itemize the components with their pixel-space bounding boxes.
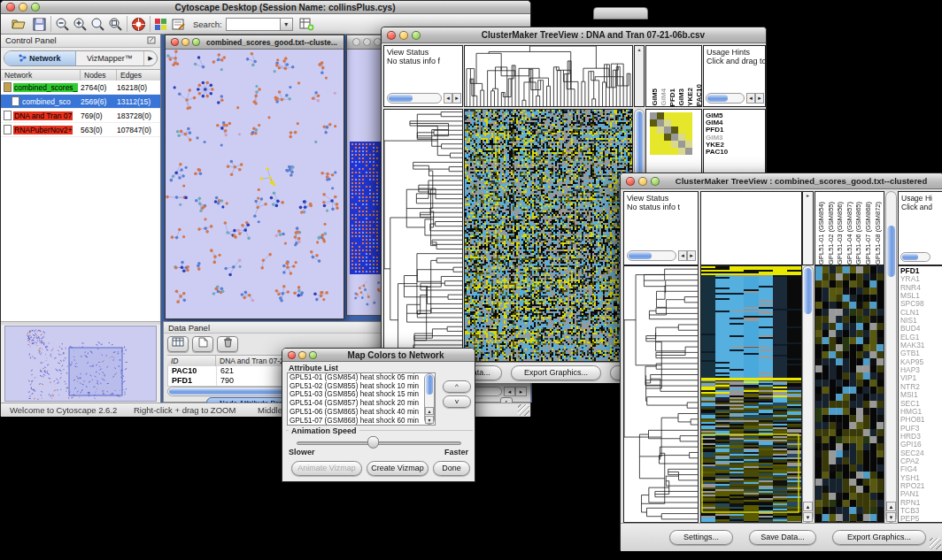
close-icon[interactable] [171,38,179,46]
treeview2-secondary-heatmap[interactable] [815,265,884,523]
done-button[interactable]: Done [433,461,470,476]
annotation-icon[interactable] [172,18,186,31]
close-icon[interactable] [626,177,635,186]
attribute-list[interactable]: GPL51-01 (GSM854) heat shock 05 minGPL51… [287,372,436,426]
animate-vizmap-button[interactable]: Animate Vizmap [291,461,362,476]
resize-grip[interactable] [930,538,941,549]
attribute-list-item[interactable]: GPL51-02 (GSM855) heat shock 10 min [288,382,435,391]
scroll-up-icon[interactable]: ▴ [425,407,434,415]
attribute-list-item[interactable]: GPL51-06 (GSM865) heat shock 40 min [288,408,435,417]
open-file-icon[interactable] [12,18,27,31]
vizmap-palette-icon[interactable] [154,18,167,31]
treeview1-row-dendrogram[interactable] [383,109,463,362]
birdseye-view[interactable] [4,326,157,402]
save-data-button[interactable]: Save Data... [749,530,816,545]
scroll-up-icon[interactable]: ▴ [803,502,813,511]
close-icon[interactable] [288,351,296,359]
move-attribute-down-button[interactable]: v [443,395,471,408]
treeview2-title-bar[interactable]: ClusterMaker TreeView : combined_scores_… [621,173,942,189]
view-status-h-scrollbar[interactable] [627,250,676,261]
adjacency-grid-canvas[interactable] [350,87,385,315]
attribute-list-v-scrollbar[interactable]: ▴ ▾ [424,373,435,425]
network-list-row[interactable]: combined_sco 2569(6) 13112(15) [1,95,160,109]
tab-overflow-arrow[interactable]: ▶ [143,51,157,65]
import-table-icon[interactable] [299,17,314,31]
zoom-out-icon[interactable] [55,17,70,32]
float-panel-icon[interactable] [147,36,157,45]
attribute-list-item[interactable]: GPL51-03 (GSM856) heat shock 15 min [288,390,435,399]
scroll-down-icon[interactable]: ▾ [803,512,813,522]
scroll-right-icon[interactable]: ▸ [515,387,527,396]
export-graphics-button[interactable]: Export Graphics... [832,530,926,545]
scroll-left-icon[interactable]: ◂ [444,93,452,104]
zoom-window-icon[interactable] [31,3,40,12]
treeview2-gene-list[interactable]: PFD1YRA1RNR4MSL1SPC98CLN1NIS1BUD4ELG1MAK… [898,265,942,523]
network-list-row[interactable]: RNAPuberNov2+ 563(0) 107847(0) [1,123,160,137]
minimize-icon[interactable] [19,3,27,12]
select-attributes-button[interactable] [167,336,189,352]
treeview2-heatmap-v-scrollbar[interactable]: ▴ ▾ [802,265,814,523]
network-list-row[interactable]: combined_scores_ 2764(0) 16218(0) [1,81,160,95]
export-graphics-button[interactable]: Export Graphics... [511,365,601,380]
dialog-title-bar[interactable]: Map Colors to Network [282,349,475,362]
close-icon[interactable] [352,38,360,46]
view-status-h-scrollbar[interactable] [387,93,442,104]
new-attribute-button[interactable] [192,336,213,352]
attribute-list-item[interactable]: GPL51-07 (GSM868) heat shock 60 min [288,417,435,426]
scroll-right-icon[interactable]: ▸ [687,250,696,261]
usage-hints-h-scrollbar[interactable] [706,93,745,104]
panel-splitter[interactable] [1,321,160,325]
usage-hints-h-scrollbar[interactable] [900,252,930,262]
slider-thumb[interactable] [367,436,379,449]
treeview1-heatmap[interactable] [464,109,633,362]
minimize-icon[interactable] [363,38,371,46]
treeview2-heatmap[interactable] [700,265,802,523]
zoom-selected-icon[interactable] [90,17,105,32]
search-dropdown-button[interactable]: ▾ [281,18,293,31]
attribute-list-item[interactable]: GPL51-04 (GSM857) heat shock 20 min [288,399,435,408]
scroll-down-icon[interactable]: ▾ [886,512,896,522]
scroll-left-icon[interactable]: ◂ [746,93,755,104]
scroll-right-icon[interactable]: ▸ [452,93,461,104]
tab-vizmapper[interactable]: VizMapper™ [76,51,143,65]
window-controls[interactable] [1,3,40,12]
treeview1-title-bar[interactable]: ClusterMaker TreeView : DNA and Tran 07-… [382,27,766,43]
scroll-left-icon[interactable]: ◂ [678,250,687,261]
close-icon[interactable] [387,31,396,40]
create-vizmap-button[interactable]: Create Vizmap [367,461,429,476]
tab-network[interactable]: Network [4,51,76,65]
save-icon[interactable] [33,18,47,31]
zoom-fit-icon[interactable] [108,17,123,32]
scroll-up-icon[interactable]: ▴ [886,502,896,511]
network-graph-canvas[interactable] [166,50,344,318]
minimize-icon[interactable] [298,351,306,359]
zoom-window-icon[interactable] [309,351,317,359]
settings-button[interactable]: Settings... [669,530,733,545]
treeview1-top-dendrogram[interactable] [464,45,633,107]
network-list-row[interactable]: DNA and Tran 07 769(0) 183728(0) [1,109,160,123]
birdseye-canvas[interactable] [5,326,156,401]
zoom-window-icon[interactable] [651,177,660,186]
zoom-in-icon[interactable] [73,17,88,32]
attribute-list-item[interactable]: GPL51-01 (GSM854) heat shock 05 min [288,373,435,382]
scroll-left-icon[interactable]: ◂ [504,387,515,396]
minimize-icon[interactable] [638,177,647,186]
main-title-bar[interactable]: Cytoscape Desktop (Session Name: collins… [1,1,530,14]
network-window-title-bar[interactable]: combined_scores_good.txt--cluste... [166,35,344,50]
search-input[interactable] [226,18,281,31]
correlation-mini-heatmap[interactable] [650,112,692,155]
minimize-icon[interactable] [399,31,408,40]
resize-grip[interactable] [518,404,529,416]
zoom-window-icon[interactable] [412,31,421,40]
help-lifering-icon[interactable] [131,17,146,32]
minimize-icon[interactable] [181,38,189,46]
treeview2-row-dendrogram[interactable] [623,265,699,523]
delete-attribute-trash-icon[interactable] [217,336,238,352]
scroll-down-icon[interactable]: ▾ [425,416,434,424]
scroll-right-icon[interactable]: ▸ [755,93,764,104]
close-icon[interactable] [6,3,15,12]
treeview2-right-v-scrollbar[interactable]: ▴ ▾ [885,191,897,523]
move-attribute-up-button[interactable]: ^ [443,380,471,393]
animation-speed-slider[interactable] [297,441,461,445]
zoom-window-icon[interactable] [192,38,200,46]
